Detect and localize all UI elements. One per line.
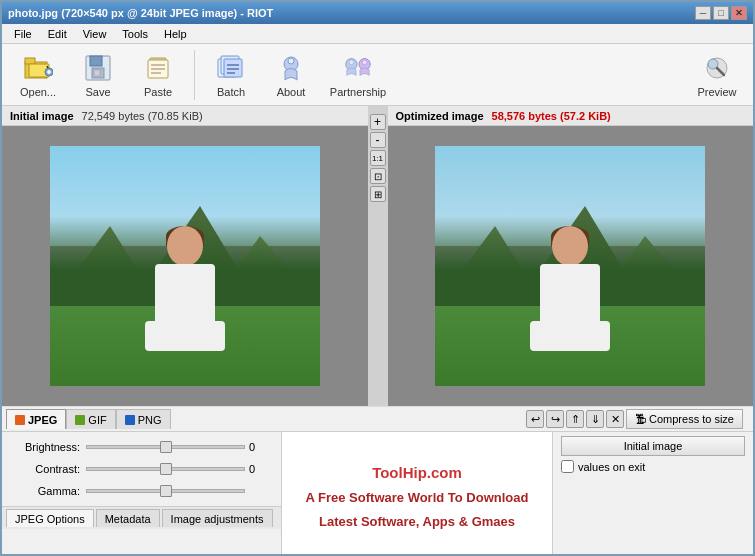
tab-jpeg-label: JPEG bbox=[28, 414, 57, 426]
svg-rect-13 bbox=[151, 64, 165, 66]
menu-view[interactable]: View bbox=[75, 26, 115, 42]
menu-tools[interactable]: Tools bbox=[114, 26, 156, 42]
undo-redo-area: ↩ ↪ ⇑ ⇓ ✕ 🗜 Compress to size bbox=[526, 409, 743, 429]
initial-image-title: Initial image bbox=[10, 110, 74, 122]
zoom-actual-button[interactable]: ⊞ bbox=[370, 186, 386, 202]
batch-label: Batch bbox=[217, 86, 245, 98]
tab-image-adjustments[interactable]: Image adjustments bbox=[162, 509, 273, 527]
optimized-image-label-bar: Optimized image 58,576 bytes (57.2 KiB) bbox=[388, 106, 754, 126]
contrast-row: Contrast: 0 bbox=[10, 458, 273, 480]
contrast-label: Contrast: bbox=[10, 463, 80, 475]
brightness-row: Brightness: 0 bbox=[10, 436, 273, 458]
flip-h-button[interactable]: ⇓ bbox=[586, 410, 604, 428]
ad-area: ToolHip.com A Free Software World To Dow… bbox=[282, 432, 553, 556]
optimized-photo bbox=[435, 146, 705, 386]
jpeg-tab-icon bbox=[15, 415, 25, 425]
brightness-value: 0 bbox=[249, 441, 273, 453]
batch-icon bbox=[215, 52, 247, 84]
gamma-label: Gamma: bbox=[10, 485, 80, 497]
gif-tab-icon bbox=[75, 415, 85, 425]
save-button[interactable]: Save bbox=[70, 48, 126, 102]
open-button[interactable]: Open... bbox=[10, 48, 66, 102]
title-bar: photo.jpg (720×540 px @ 24bit JPEG image… bbox=[2, 2, 753, 24]
save-icon bbox=[82, 52, 114, 84]
partnership-button[interactable]: Partnership bbox=[323, 48, 393, 102]
about-icon bbox=[275, 52, 307, 84]
optimized-image-size: 58,576 bytes (57.2 KiB) bbox=[492, 110, 611, 122]
values-on-exit-label: values on exit bbox=[578, 461, 645, 473]
image-adjustments-label: Image adjustments bbox=[171, 513, 264, 525]
preview-icon bbox=[701, 52, 733, 84]
open-icon bbox=[22, 52, 54, 84]
menu-bar: File Edit View Tools Help bbox=[2, 24, 753, 44]
initial-image-button[interactable]: Initial image bbox=[561, 436, 745, 456]
menu-file[interactable]: File bbox=[6, 26, 40, 42]
gamma-slider[interactable] bbox=[86, 489, 245, 493]
options-right: Initial image values on exit bbox=[553, 432, 753, 556]
initial-image-btn-label: Initial image bbox=[624, 440, 683, 452]
preview-button[interactable]: Preview bbox=[689, 48, 745, 102]
options-left-wrapper: Brightness: 0 Contrast: 0 Gamma: JPEG Op… bbox=[2, 432, 282, 556]
metadata-label: Metadata bbox=[105, 513, 151, 525]
zoom-out-button[interactable]: - bbox=[370, 132, 386, 148]
svg-rect-8 bbox=[90, 56, 102, 66]
jpeg-options-label: JPEG Options bbox=[15, 513, 85, 525]
svg-rect-15 bbox=[151, 72, 161, 74]
values-on-exit-checkbox[interactable] bbox=[561, 460, 574, 473]
tab-jpeg-options[interactable]: JPEG Options bbox=[6, 509, 94, 527]
open-label: Open... bbox=[20, 86, 56, 98]
zoom-1-1-button[interactable]: 1:1 bbox=[370, 150, 386, 166]
save-label: Save bbox=[85, 86, 110, 98]
about-button[interactable]: About bbox=[263, 48, 319, 102]
toolbar: Open... Save Paste bbox=[2, 44, 753, 106]
initial-image-size: 72,549 bytes (70.85 KiB) bbox=[82, 110, 203, 122]
svg-rect-10 bbox=[94, 70, 100, 76]
options-area: Brightness: 0 Contrast: 0 Gamma: JPEG Op… bbox=[2, 432, 753, 556]
window-controls: ─ □ ✕ bbox=[695, 6, 747, 20]
preview-label: Preview bbox=[697, 86, 736, 98]
initial-image-container[interactable] bbox=[2, 126, 368, 406]
maximize-button[interactable]: □ bbox=[713, 6, 729, 20]
reset-button[interactable]: ✕ bbox=[606, 410, 624, 428]
zoom-in-button[interactable]: + bbox=[370, 114, 386, 130]
contrast-value: 0 bbox=[249, 463, 273, 475]
svg-rect-1 bbox=[25, 58, 35, 64]
tab-jpeg[interactable]: JPEG bbox=[6, 409, 66, 429]
menu-help[interactable]: Help bbox=[156, 26, 195, 42]
paste-label: Paste bbox=[144, 86, 172, 98]
compress-label: Compress to size bbox=[649, 413, 734, 425]
tab-png[interactable]: PNG bbox=[116, 409, 171, 429]
toolbar-separator-1 bbox=[194, 50, 195, 100]
partnership-icon bbox=[342, 52, 374, 84]
ad-line2: A Free Software World To Download bbox=[306, 486, 529, 509]
partnership-label: Partnership bbox=[330, 86, 386, 98]
close-button[interactable]: ✕ bbox=[731, 6, 747, 20]
initial-image-label-bar: Initial image 72,549 bytes (70.85 KiB) bbox=[2, 106, 368, 126]
option-tabs-bar: JPEG Options Metadata Image adjustments bbox=[2, 506, 281, 529]
initial-image-panel: Initial image 72,549 bytes (70.85 KiB) bbox=[2, 106, 368, 406]
svg-rect-14 bbox=[151, 68, 165, 70]
initial-photo bbox=[50, 146, 320, 386]
zoom-controls: + - 1:1 ⊡ ⊞ bbox=[368, 106, 388, 406]
png-tab-icon bbox=[125, 415, 135, 425]
brightness-slider[interactable] bbox=[86, 445, 245, 449]
batch-button[interactable]: Batch bbox=[203, 48, 259, 102]
tab-metadata[interactable]: Metadata bbox=[96, 509, 160, 527]
compress-to-size-button[interactable]: 🗜 Compress to size bbox=[626, 409, 743, 429]
redo-button[interactable]: ↪ bbox=[546, 410, 564, 428]
zoom-fit-button[interactable]: ⊡ bbox=[370, 168, 386, 184]
ad-line3: Latest Software, Apps & Gmaes bbox=[319, 510, 515, 533]
contrast-slider[interactable] bbox=[86, 467, 245, 471]
optimized-image-container[interactable] bbox=[388, 126, 754, 406]
menu-edit[interactable]: Edit bbox=[40, 26, 75, 42]
undo-button[interactable]: ↩ bbox=[526, 410, 544, 428]
tab-gif[interactable]: GIF bbox=[66, 409, 115, 429]
minimize-button[interactable]: ─ bbox=[695, 6, 711, 20]
flip-v-button[interactable]: ⇑ bbox=[566, 410, 584, 428]
image-area: Initial image 72,549 bytes (70.85 KiB) bbox=[2, 106, 753, 406]
values-on-exit-row: values on exit bbox=[561, 460, 745, 473]
optimized-image-title: Optimized image bbox=[396, 110, 484, 122]
paste-button[interactable]: Paste bbox=[130, 48, 186, 102]
options-left: Brightness: 0 Contrast: 0 Gamma: bbox=[2, 432, 282, 506]
svg-point-23 bbox=[288, 58, 294, 64]
